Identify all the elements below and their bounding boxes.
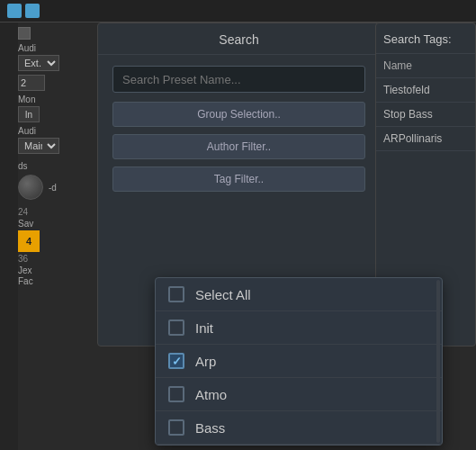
channel-knob[interactable] [18, 175, 43, 200]
tags-panel-title: Search Tags: [376, 23, 475, 54]
dropdown-item-select-all[interactable]: Select All [156, 278, 442, 311]
search-panel-body: Group Selection.. Author Filter.. Tag Fi… [98, 55, 380, 210]
channel-indicator [18, 27, 31, 40]
tag-filter-button[interactable]: Tag Filter.. [112, 166, 365, 192]
tag-item-arpollinaris[interactable]: ARPollinaris [376, 127, 475, 151]
checkbox-arp[interactable]: ✓ [168, 353, 184, 369]
tag-item-stop-bass[interactable]: Stop Bass [376, 103, 475, 127]
dropdown-item-arp[interactable]: ✓ Arp [156, 345, 442, 378]
channel-label-mon: Mon [18, 94, 94, 104]
checkbox-select-all[interactable] [168, 286, 184, 302]
group-selection-button[interactable]: Group Selection.. [112, 102, 365, 127]
channel-row-mon: In [18, 106, 94, 122]
channel-select-ext[interactable]: Ext. [18, 55, 59, 71]
orange-button[interactable]: 4 [18, 230, 40, 252]
tags-name-header: Name [376, 54, 475, 78]
dropdown-item-init[interactable]: Init [156, 311, 442, 345]
dropdown-label-atmo: Atmo [195, 387, 227, 402]
row-num [0, 39, 18, 40]
knob-value: -d [49, 183, 57, 193]
author-filter-button[interactable]: Author Filter.. [112, 134, 365, 159]
channel-label-audi2: Audi [18, 126, 94, 136]
search-panel-title: Search [98, 23, 380, 55]
num-24: 24 [18, 207, 94, 217]
in-label: In [18, 106, 40, 122]
tag-filter-dropdown: Select All Init ✓ Arp Atmo Bass [155, 277, 443, 446]
knob-area: -d [18, 175, 94, 200]
dropdown-label-arp: Arp [195, 354, 216, 369]
checkbox-atmo[interactable] [168, 386, 184, 402]
channel-row-main: Main [18, 138, 94, 154]
fac-label: Fac [18, 276, 94, 286]
jex-label: Jex [18, 266, 94, 275]
dropdown-item-atmo[interactable]: Atmo [156, 378, 442, 411]
daw-channel-strip: Audi Ext. Mon In Audi Main ds -d [18, 27, 94, 286]
save-label: Sav [18, 219, 94, 229]
checkbox-init[interactable] [168, 320, 184, 336]
tags-list: Tiestofeld Stop Bass ARPollinaris [376, 78, 475, 151]
checkmark-arp: ✓ [172, 355, 182, 368]
num-36: 36 [18, 254, 94, 264]
channel-input-2[interactable] [18, 75, 45, 91]
dropdown-label-bass: Bass [195, 420, 225, 436]
channel-row-2 [18, 75, 94, 91]
dropdown-label-select-all: Select All [195, 287, 251, 302]
search-input[interactable] [112, 66, 365, 93]
channel-row-1: Ext. [18, 55, 94, 71]
channel-select-main[interactable]: Main [18, 138, 59, 154]
checkbox-bass[interactable] [168, 419, 184, 436]
dropdown-label-init: Init [195, 320, 213, 336]
channel-label-1: Audi [18, 43, 94, 53]
dropdown-scrollbar[interactable] [436, 280, 440, 443]
ds-label: ds [18, 161, 94, 171]
orange-btn-row: 4 [18, 230, 94, 252]
daw-sidebar: Audi Ext. Mon In Audi Main ds -d [0, 0, 94, 450]
search-input-wrapper [112, 66, 365, 93]
dropdown-item-bass[interactable]: Bass [156, 411, 442, 445]
row-numbers [0, 22, 18, 450]
tag-item-tiestofeld[interactable]: Tiestofeld [376, 78, 475, 103]
